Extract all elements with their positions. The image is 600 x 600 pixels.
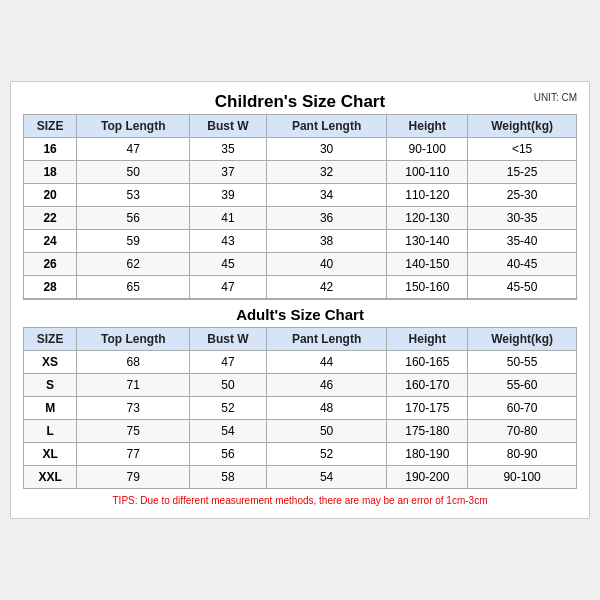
table-cell: 56 bbox=[77, 207, 190, 230]
table-cell: 16 bbox=[24, 138, 77, 161]
children-header-cell: SIZE bbox=[24, 115, 77, 138]
table-cell: 43 bbox=[190, 230, 266, 253]
table-cell: S bbox=[24, 374, 77, 397]
table-cell: 75 bbox=[77, 420, 190, 443]
adult-header-cell: Top Length bbox=[77, 328, 190, 351]
table-cell: 41 bbox=[190, 207, 266, 230]
table-cell: 50 bbox=[77, 161, 190, 184]
table-cell: 44 bbox=[266, 351, 387, 374]
table-cell: 32 bbox=[266, 161, 387, 184]
table-cell: M bbox=[24, 397, 77, 420]
table-cell: 47 bbox=[190, 276, 266, 300]
table-cell: 26 bbox=[24, 253, 77, 276]
table-cell: 47 bbox=[190, 351, 266, 374]
table-row: XS684744160-16550-55 bbox=[24, 351, 577, 374]
table-cell: 140-150 bbox=[387, 253, 468, 276]
children-header-cell: Pant Length bbox=[266, 115, 387, 138]
table-row: M735248170-17560-70 bbox=[24, 397, 577, 420]
table-cell: 45-50 bbox=[468, 276, 577, 300]
table-cell: 100-110 bbox=[387, 161, 468, 184]
chart-title: Children's Size Chart UNIT: CM bbox=[23, 92, 577, 112]
adult-header-cell: Bust W bbox=[190, 328, 266, 351]
table-cell: 15-25 bbox=[468, 161, 577, 184]
table-cell: 52 bbox=[266, 443, 387, 466]
table-cell: 60-70 bbox=[468, 397, 577, 420]
table-cell: 28 bbox=[24, 276, 77, 300]
table-cell: 80-90 bbox=[468, 443, 577, 466]
table-cell: 40-45 bbox=[468, 253, 577, 276]
table-cell: <15 bbox=[468, 138, 577, 161]
table-cell: 50 bbox=[266, 420, 387, 443]
table-cell: 68 bbox=[77, 351, 190, 374]
table-cell: 35-40 bbox=[468, 230, 577, 253]
table-cell: 150-160 bbox=[387, 276, 468, 300]
adult-header-row: SIZETop LengthBust WPant LengthHeightWei… bbox=[24, 328, 577, 351]
adult-header-cell: SIZE bbox=[24, 328, 77, 351]
children-header-row: SIZETop LengthBust WPant LengthHeightWei… bbox=[24, 115, 577, 138]
table-cell: 110-120 bbox=[387, 184, 468, 207]
adult-table-body: XS684744160-16550-55S715046160-17055-60M… bbox=[24, 351, 577, 489]
children-header-cell: Weight(kg) bbox=[468, 115, 577, 138]
table-cell: 24 bbox=[24, 230, 77, 253]
children-header-cell: Top Length bbox=[77, 115, 190, 138]
table-cell: 77 bbox=[77, 443, 190, 466]
table-cell: 39 bbox=[190, 184, 266, 207]
table-cell: L bbox=[24, 420, 77, 443]
table-cell: 34 bbox=[266, 184, 387, 207]
adult-header-cell: Height bbox=[387, 328, 468, 351]
table-cell: 50-55 bbox=[468, 351, 577, 374]
table-row: XXL795854190-20090-100 bbox=[24, 466, 577, 489]
children-header-cell: Height bbox=[387, 115, 468, 138]
table-cell: 190-200 bbox=[387, 466, 468, 489]
children-title-text: Children's Size Chart bbox=[215, 92, 385, 111]
table-cell: 79 bbox=[77, 466, 190, 489]
table-cell: 71 bbox=[77, 374, 190, 397]
table-cell: 25-30 bbox=[468, 184, 577, 207]
tips-text: TIPS: Due to different measurement metho… bbox=[23, 495, 577, 506]
table-cell: 30-35 bbox=[468, 207, 577, 230]
table-cell: 120-130 bbox=[387, 207, 468, 230]
adult-section-title-row: Adult's Size Chart bbox=[24, 299, 577, 328]
table-cell: 54 bbox=[190, 420, 266, 443]
table-row: XL775652180-19080-90 bbox=[24, 443, 577, 466]
table-cell: 48 bbox=[266, 397, 387, 420]
table-row: L755450175-18070-80 bbox=[24, 420, 577, 443]
unit-label: UNIT: CM bbox=[534, 92, 577, 103]
table-cell: 56 bbox=[190, 443, 266, 466]
children-table-header: SIZETop LengthBust WPant LengthHeightWei… bbox=[24, 115, 577, 138]
table-cell: 65 bbox=[77, 276, 190, 300]
table-row: 22564136120-13030-35 bbox=[24, 207, 577, 230]
table-cell: XXL bbox=[24, 466, 77, 489]
table-row: 24594338130-14035-40 bbox=[24, 230, 577, 253]
table-cell: 36 bbox=[266, 207, 387, 230]
table-row: S715046160-17055-60 bbox=[24, 374, 577, 397]
table-cell: 180-190 bbox=[387, 443, 468, 466]
table-row: 18503732100-11015-25 bbox=[24, 161, 577, 184]
table-cell: 90-100 bbox=[387, 138, 468, 161]
table-cell: 175-180 bbox=[387, 420, 468, 443]
adult-header-cell: Pant Length bbox=[266, 328, 387, 351]
table-cell: 47 bbox=[77, 138, 190, 161]
table-cell: 160-165 bbox=[387, 351, 468, 374]
table-cell: 53 bbox=[77, 184, 190, 207]
table-row: 28654742150-16045-50 bbox=[24, 276, 577, 300]
table-cell: 20 bbox=[24, 184, 77, 207]
table-cell: 170-175 bbox=[387, 397, 468, 420]
adult-title-text: Adult's Size Chart bbox=[24, 299, 577, 328]
table-row: 26624540140-15040-45 bbox=[24, 253, 577, 276]
table-cell: 130-140 bbox=[387, 230, 468, 253]
table-cell: 70-80 bbox=[468, 420, 577, 443]
table-cell: 22 bbox=[24, 207, 77, 230]
table-cell: XL bbox=[24, 443, 77, 466]
table-cell: 50 bbox=[190, 374, 266, 397]
table-cell: 35 bbox=[190, 138, 266, 161]
table-cell: 18 bbox=[24, 161, 77, 184]
table-cell: 46 bbox=[266, 374, 387, 397]
children-size-table: SIZETop LengthBust WPant LengthHeightWei… bbox=[23, 114, 577, 489]
table-cell: XS bbox=[24, 351, 77, 374]
table-cell: 40 bbox=[266, 253, 387, 276]
table-cell: 73 bbox=[77, 397, 190, 420]
children-table-body: 1647353090-100<1518503732100-11015-25205… bbox=[24, 138, 577, 300]
adult-table-header: SIZETop LengthBust WPant LengthHeightWei… bbox=[24, 328, 577, 351]
adult-header-cell: Weight(kg) bbox=[468, 328, 577, 351]
